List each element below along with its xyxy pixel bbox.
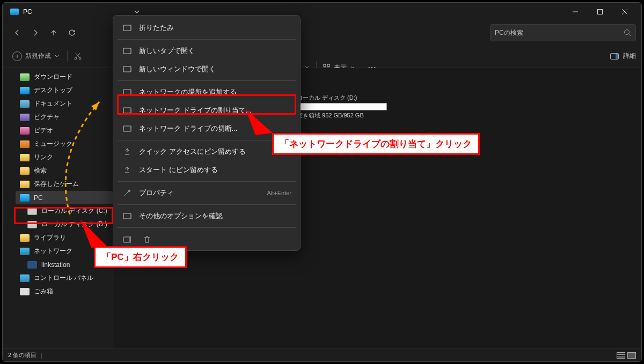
sidebar-item-15[interactable]: コントロール パネル [16,271,113,285]
sidebar-item-1[interactable]: デスクトップ [16,84,113,97]
titlebar: PC [3,3,641,21]
svg-point-7 [79,57,81,60]
menu-item-icon [122,47,133,55]
annotation-callout-map-drive: 「ネットワークドライブの割り当て」クリック [272,133,480,155]
sidebar-item-label: ライブラリ [34,233,66,242]
svg-rect-14 [123,66,131,72]
sidebar-item-label: 検索 [34,166,47,175]
sidebar-item-label: 保存したゲーム [34,180,79,189]
menu-item-icon [122,124,133,133]
menu-item-icon [122,166,133,174]
menu-item-label: スタート にピン留めする [139,165,218,175]
menu-item-icon [122,189,133,197]
sidebar-item-label: ビデオ [34,126,53,135]
pc-icon [10,9,19,15]
sidebar-item-label: ダウンロード [34,72,72,81]
svg-rect-9 [327,64,330,66]
annotation-callout-pointer-1 [246,109,278,142]
sidebar-item-7[interactable]: 検索 [16,164,113,177]
sidebar-item-0[interactable]: ダウンロード [16,70,113,84]
folder-icon [20,167,30,175]
sidebar-item-label: リンク [34,153,53,162]
folder-icon [20,288,30,295]
list-view-icon[interactable] [617,352,625,359]
drive-free: 空き領域 952 GB/952 GB [297,112,387,120]
close-button[interactable] [612,4,637,20]
back-button[interactable] [8,24,26,42]
svg-point-6 [75,57,77,60]
details-button[interactable]: 詳細 [610,51,636,61]
svg-rect-18 [123,213,131,219]
sidebar-item-label: linkstation [41,261,70,269]
folder-icon [20,154,30,161]
annotation-callout-pointer-2 [75,220,113,252]
sidebar-item-label: デスクトップ [34,86,72,95]
svg-rect-17 [123,126,131,131]
rename-icon[interactable] [122,234,134,245]
sidebar-item-9[interactable]: PC [16,191,113,204]
context-menu-item-1[interactable]: 新しいタブで開く [116,42,297,60]
sidebar-item-label: コントロール パネル [34,273,93,283]
svg-rect-8 [324,64,326,66]
svg-point-4 [625,30,630,35]
menu-item-label: クイック アクセスにピン留めする [139,147,246,157]
context-menu-item-7[interactable]: スタート にピン留めする [116,161,297,179]
drive-bar [297,103,387,110]
sidebar-item-label: ごみ箱 [34,287,53,296]
context-menu-item-8[interactable]: プロパティAlt+Enter [116,184,297,202]
up-button[interactable] [45,24,63,42]
new-create-button[interactable]: + 新規作成 [8,49,64,63]
menu-item-icon [122,147,133,156]
tab-chevron-icon[interactable] [129,9,145,15]
window-title: PC [23,8,32,16]
svg-marker-21 [80,220,107,248]
context-menu-item-0[interactable]: 折りたたみ [116,19,297,37]
folder-icon [20,248,30,255]
menu-item-label: 新しいタブで開く [139,46,195,56]
search-placeholder: PCの検索 [495,28,624,38]
delete-icon[interactable] [141,234,153,245]
maximize-button[interactable] [588,4,612,20]
sidebar-item-label: ネットワーク [34,247,72,256]
sidebar-item-6[interactable]: リンク [16,151,113,164]
sidebar-item-label: ドキュメント [34,99,72,108]
sidebar-item-16[interactable]: ごみ箱 [16,285,113,298]
folder-icon [27,261,37,269]
context-menu-bottom [116,230,297,247]
sidebar-item-3[interactable]: ピクチャ [16,110,113,124]
details-view-icon[interactable] [627,352,636,359]
menu-item-icon [122,65,133,73]
folder-icon [20,114,30,121]
svg-marker-20 [246,109,273,135]
sidebar-item-5[interactable]: ミュージック [16,137,113,151]
folder-icon [20,194,30,202]
sidebar-item-8[interactable]: 保存したゲーム [16,177,113,191]
forward-button[interactable] [26,24,45,42]
sidebar-item-4[interactable]: ビデオ [16,124,113,137]
refresh-button[interactable] [63,24,81,42]
context-menu-item-2[interactable]: 新しいウィンドウで開く [116,60,297,78]
menu-item-label: 新しいウィンドウで開く [139,64,216,74]
folder-icon [20,127,30,135]
search-input[interactable]: PCの検索 [490,24,636,41]
sidebar-item-label: ミュージック [34,139,72,148]
status-bar: 2 個の項目 | [3,348,641,361]
sidebar-item-2[interactable]: ドキュメント [16,97,113,110]
folder-icon [20,234,30,242]
menu-item-label: その他のオプションを確認 [139,211,223,221]
folder-icon [20,274,30,282]
svg-rect-1 [598,10,603,14]
svg-rect-13 [123,48,131,54]
sidebar-item-label: ピクチャ [34,113,60,122]
folder-icon [20,181,30,188]
context-menu-item-9[interactable]: その他のオプションを確認 [116,207,297,225]
menu-item-label: プロパティ [139,188,174,198]
context-menu-item-6[interactable]: クイック アクセスにピン留めする [116,143,297,161]
menu-item-label: ネットワーク ドライブの切断... [139,124,237,133]
drive-name: ローカル ディスク (D:) [297,94,387,102]
cut-icon[interactable] [71,49,85,63]
minimize-button[interactable] [563,4,588,20]
sidebar-item-label: PC [34,194,43,202]
explorer-window: PC PCの検索 + 新規作成 詳細 [2,2,642,362]
folder-icon [20,87,30,94]
